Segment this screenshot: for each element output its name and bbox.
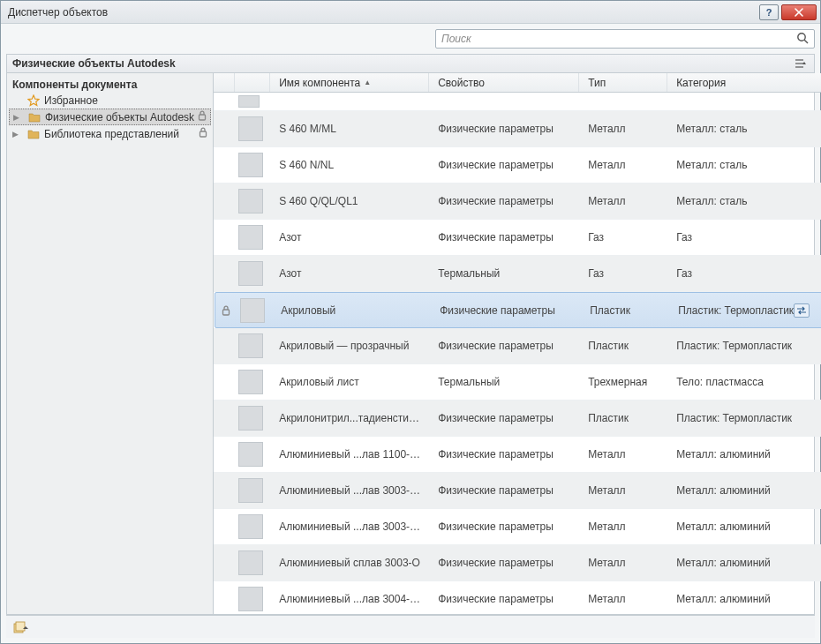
column-thumbnail[interactable] bbox=[235, 73, 270, 92]
column-category[interactable]: Категория bbox=[667, 73, 821, 92]
thumbnail bbox=[238, 514, 263, 539]
cell-type: Металл bbox=[579, 159, 667, 171]
thumbnail-cell bbox=[235, 514, 270, 539]
table-row[interactable]: S 460 M/MLФизические параметрыМеталлМета… bbox=[214, 111, 821, 147]
cell-category: Металл: сталь bbox=[667, 195, 821, 207]
thumbnail bbox=[238, 333, 263, 358]
column-name-label: Имя компонента bbox=[279, 77, 360, 89]
thumbnail-cell bbox=[235, 478, 270, 503]
cell-category: Металл: алюминий bbox=[667, 448, 821, 461]
help-button[interactable]: ? bbox=[759, 4, 779, 20]
thumbnail bbox=[238, 550, 263, 575]
expand-icon[interactable]: ▶ bbox=[12, 130, 23, 139]
cell-name: Азот bbox=[270, 231, 429, 243]
cell-category: Газ bbox=[667, 231, 821, 243]
cell-category: Пластик: Термопластик bbox=[667, 340, 821, 352]
table-row[interactable]: Акрилонитрил...тадиенстиролФизические па… bbox=[214, 401, 821, 437]
title-buttons: ? bbox=[759, 4, 817, 20]
column-property-label: Свойство bbox=[438, 77, 485, 89]
cell-category: Металл: сталь bbox=[667, 123, 821, 135]
cell-type: Пластик bbox=[579, 412, 667, 424]
svg-rect-12 bbox=[16, 622, 25, 631]
thumbnail-cell bbox=[235, 261, 270, 286]
cell-category: Пластик: Термопластик bbox=[667, 412, 821, 424]
cell-name: S 460 N/NL bbox=[270, 159, 429, 171]
table-row[interactable]: Алюминиевый сплав 3003-OФизические парам… bbox=[214, 545, 821, 581]
thumbnail-cell bbox=[235, 587, 270, 611]
column-name[interactable]: Имя компонента ▲ bbox=[270, 73, 429, 92]
column-stub[interactable] bbox=[214, 73, 235, 92]
cell-category: Металл: алюминий bbox=[667, 557, 821, 569]
cell-property: Физические параметры bbox=[429, 412, 579, 424]
tree-header-label: Компоненты документа bbox=[12, 79, 137, 91]
cell-property: Физические параметры bbox=[429, 448, 579, 461]
thumbnail-cell bbox=[235, 225, 270, 250]
table-row[interactable]: S 460 N/NLФизические параметрыМеталлМета… bbox=[214, 147, 821, 183]
cell-type: Пластик bbox=[579, 340, 667, 352]
tree-item-library[interactable]: ▶ Библиотека представлений bbox=[7, 125, 213, 142]
cell-property: Физические параметры bbox=[429, 123, 579, 135]
svg-line-3 bbox=[804, 40, 808, 43]
thumbnail bbox=[238, 95, 260, 108]
main-panel: Компоненты документа Избранное ▶ Физичес… bbox=[6, 73, 815, 615]
breadcrumb-bar: Физические объекты Autodesk bbox=[6, 54, 815, 73]
cell-property: Физические параметры bbox=[429, 159, 579, 171]
column-type[interactable]: Тип bbox=[579, 73, 667, 92]
thumbnail bbox=[238, 478, 263, 503]
tree-favorites-label: Избранное bbox=[44, 94, 98, 107]
table-row[interactable]: Алюминиевый ...лав 3003-H16Физические па… bbox=[214, 509, 821, 545]
breadcrumb-title: Физические объекты Autodesk bbox=[12, 57, 176, 70]
column-property[interactable]: Свойство bbox=[429, 73, 579, 92]
table-row[interactable]: АзотФизические параметрыГазГаз bbox=[214, 220, 821, 256]
thumbnail bbox=[238, 225, 263, 250]
cell-property: Физические параметры bbox=[431, 304, 581, 317]
cell-property: Физические параметры bbox=[429, 231, 579, 243]
search-icon[interactable] bbox=[796, 32, 809, 47]
table-row[interactable]: АкриловыйФизические параметрыПластикПлас… bbox=[215, 292, 821, 328]
thumbnail bbox=[238, 153, 263, 177]
cell-category: Металл: алюминий bbox=[667, 593, 821, 605]
cell-type: Металл bbox=[579, 123, 667, 135]
cell-category: Тело: пластмасса bbox=[667, 376, 821, 388]
table-row[interactable]: Акриловый — прозрачныйФизические парамет… bbox=[214, 328, 821, 364]
table-row[interactable]: S 460 Q/QL/QL1Физические параметрыМеталл… bbox=[214, 183, 821, 220]
table-row[interactable]: Алюминиевый ...лав 1100-H18Физические па… bbox=[214, 437, 821, 473]
status-menu-button[interactable] bbox=[11, 619, 31, 635]
lock-icon bbox=[198, 110, 207, 124]
cell-type: Газ bbox=[579, 231, 667, 243]
cell-name: Алюминиевый ...лав 1100-H18 bbox=[270, 448, 429, 461]
help-icon: ? bbox=[766, 7, 772, 18]
table-row[interactable]: АзотТермальныйГазГаз bbox=[214, 256, 821, 292]
table-row[interactable]: Акриловый листТермальныйТрехмернаяТело: … bbox=[214, 364, 821, 401]
table-row[interactable]: Алюминиевый ...лав 3003-H14Физические па… bbox=[214, 473, 821, 509]
sort-asc-icon: ▲ bbox=[364, 79, 371, 86]
cell-category: Металл: сталь bbox=[667, 159, 821, 171]
lock-icon bbox=[199, 127, 207, 140]
tree-item-favorites[interactable]: Избранное bbox=[7, 93, 213, 109]
cell-name: Алюминиевый сплав 3003-O bbox=[270, 557, 429, 569]
swap-icon bbox=[796, 306, 807, 315]
table-row[interactable]: Алюминиевый ...лав 3004-H32Физические па… bbox=[214, 581, 821, 614]
cell-property: Физические параметры bbox=[429, 593, 579, 605]
cell-property: Физические параметры bbox=[429, 557, 579, 569]
cell-type: Трехмерная bbox=[579, 376, 667, 388]
search-field[interactable] bbox=[435, 29, 815, 49]
thumbnail bbox=[240, 298, 265, 323]
cell-name: Алюминиевый ...лав 3003-H16 bbox=[270, 520, 429, 533]
tree-panel: Компоненты документа Избранное ▶ Физичес… bbox=[7, 73, 214, 614]
folder-icon bbox=[27, 112, 41, 123]
expand-icon[interactable]: ▶ bbox=[13, 113, 24, 122]
search-input[interactable] bbox=[441, 33, 796, 45]
searchbar bbox=[6, 29, 815, 49]
tree-item-physical[interactable]: ▶ Физические объекты Autodesk bbox=[9, 109, 211, 125]
cell-type: Металл bbox=[579, 448, 667, 461]
thumbnail bbox=[238, 442, 263, 467]
cell-name: Азот bbox=[270, 267, 429, 280]
view-mode-button[interactable] bbox=[793, 56, 809, 71]
svg-rect-8 bbox=[200, 115, 206, 120]
svg-rect-10 bbox=[223, 310, 230, 315]
close-button[interactable] bbox=[781, 4, 817, 20]
row-action-button[interactable] bbox=[794, 303, 810, 318]
thumbnail-cell bbox=[235, 406, 270, 431]
tree-header[interactable]: Компоненты документа bbox=[7, 77, 213, 93]
